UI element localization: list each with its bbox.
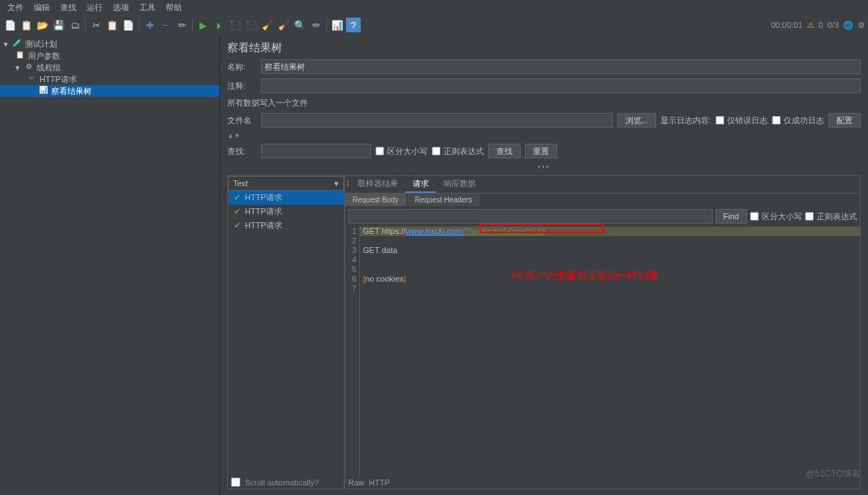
tab-response[interactable]: 响应数据	[436, 176, 483, 193]
save-icon[interactable]: 💾	[51, 18, 66, 32]
success-icon: ✔	[234, 193, 240, 202]
shutdown-icon[interactable]: ⬛	[244, 18, 259, 32]
find-input[interactable]	[348, 209, 713, 224]
file-section-title: 所有数据写入一个文件	[227, 98, 861, 109]
result-item[interactable]: ✔HTTP请求	[228, 219, 344, 232]
comment-input[interactable]	[261, 78, 861, 93]
results-list-pane: Text▾ ✔HTTP请求 ✔HTTP请求 ✔HTTP请求 Scroll aut…	[227, 175, 345, 489]
find-button[interactable]: 查找	[488, 144, 521, 158]
name-label: 名称:	[227, 62, 257, 73]
stop-icon[interactable]: ⬛	[228, 18, 243, 32]
new-icon[interactable]: 📄	[3, 18, 18, 32]
log-icon[interactable]: 📊	[330, 18, 345, 32]
regex-check-2[interactable]	[805, 212, 814, 221]
tree-http-request[interactable]: ✏HTTP请求	[0, 73, 219, 85]
renderer-dropdown[interactable]: Text▾	[228, 176, 344, 191]
annotation-text: 3个用户的变量都是取到一样的值	[507, 271, 658, 280]
startremote-icon[interactable]: ⏵	[212, 18, 227, 32]
help-icon[interactable]: ?	[346, 18, 361, 32]
search-label: 查找:	[227, 146, 257, 157]
thread-count: 0/3	[828, 21, 839, 29]
saveall-icon[interactable]: 🗂	[67, 18, 82, 32]
menu-file[interactable]: 文件	[3, 1, 28, 15]
globe-icon[interactable]: 🌐	[843, 21, 853, 30]
clearall-icon[interactable]: 🧹	[276, 18, 291, 32]
success-icon: ✔	[234, 207, 240, 216]
run-icon[interactable]: ⚙	[858, 21, 865, 30]
case-check-2[interactable]	[750, 212, 759, 221]
scroll-check[interactable]	[231, 477, 240, 487]
log-label: 显示日志内容:	[661, 115, 711, 126]
code-view: 1234567 GET https://www.baidu.com/?name=…	[345, 227, 860, 477]
watermark: @51CTO博客	[806, 468, 861, 480]
subtab-headers[interactable]: Request Headers	[408, 194, 479, 206]
filename-label: 文件名	[227, 115, 257, 126]
panel-title: 察看结果树	[227, 41, 861, 55]
search-input[interactable]	[261, 144, 371, 158]
tree-test-plan[interactable]: ▾🧪测试计划	[0, 38, 219, 50]
tab-sampler[interactable]: 取样器结果	[350, 176, 405, 193]
open-icon[interactable]: 📂	[35, 18, 50, 32]
right-panel: 察看结果树 名称: 注释: 所有数据写入一个文件 文件名 浏览... 显示日志内…	[220, 35, 868, 495]
config-button[interactable]: 配置	[828, 113, 861, 128]
browse-button[interactable]: 浏览...	[617, 113, 656, 128]
result-item[interactable]: ✔HTTP请求	[228, 205, 344, 219]
tree-view-results[interactable]: 📊察看结果树	[0, 85, 219, 97]
tab-raw[interactable]: Raw	[348, 478, 364, 487]
templates-icon[interactable]: 📋	[19, 18, 34, 32]
start-icon[interactable]: ▶	[196, 18, 210, 32]
menu-search[interactable]: 查找	[56, 1, 81, 15]
code-lines[interactable]: GET https://www.baidu.com/?name=lrc1&pwd…	[360, 227, 860, 477]
clear-icon[interactable]: 🧹	[260, 18, 275, 32]
gutter: 1234567	[345, 227, 360, 477]
status-bar: 00:00:01 ⚠ 0 0/3 🌐 ⚙	[771, 21, 865, 30]
menu-tools[interactable]: 工具	[135, 1, 160, 15]
toolbar: 📄 📋 📂 💾 🗂 ✂ 📋 📄 ✚ − ✏ ▶ ⏵ ⬛ ⬛ 🧹 🧹 🔍 ✏ 📊 …	[0, 15, 868, 35]
remove-icon[interactable]: −	[158, 18, 173, 32]
toggle-icon[interactable]: ✏	[174, 18, 189, 32]
regex-check[interactable]	[432, 147, 441, 155]
warning-icon: ⚠	[807, 21, 814, 30]
cut-icon[interactable]: ✂	[89, 18, 103, 32]
menubar: 文件 编辑 查找 运行 选项 工具 帮助	[0, 0, 868, 15]
details-pane: | 取样器结果 请求 响应数据 Request Body Request Hea…	[345, 175, 861, 489]
tab-http[interactable]: HTTP	[369, 478, 390, 487]
menu-help[interactable]: 帮助	[161, 1, 186, 15]
errors-only-check[interactable]	[716, 116, 724, 125]
paste-icon[interactable]: 📄	[121, 18, 136, 32]
func-icon[interactable]: ✏	[309, 18, 323, 32]
vsep: |	[345, 176, 350, 193]
scroll-label: Scroll automatically?	[245, 478, 319, 487]
menu-run[interactable]: 运行	[82, 1, 107, 15]
dots-handle[interactable]: •••	[227, 163, 861, 171]
name-input[interactable]	[261, 59, 861, 74]
success-icon: ✔	[234, 221, 240, 230]
add-icon[interactable]: ✚	[142, 18, 157, 32]
reset-button[interactable]: 重置	[525, 144, 557, 158]
result-item[interactable]: ✔HTTP请求	[228, 191, 344, 205]
test-plan-tree: ▾🧪测试计划 📋用户参数 ▾⚙线程组 ✏HTTP请求 📊察看结果树	[0, 35, 220, 495]
filename-input[interactable]	[261, 113, 613, 128]
tab-request[interactable]: 请求	[405, 176, 436, 193]
find-button-2[interactable]: Find	[716, 209, 747, 224]
warn-count: 0	[819, 21, 823, 29]
subtab-body[interactable]: Request Body	[345, 194, 406, 206]
menu-options[interactable]: 选项	[108, 1, 133, 15]
elapsed-time: 00:00:01	[771, 21, 803, 29]
success-only-check[interactable]	[772, 116, 781, 125]
tree-user-params[interactable]: 📋用户参数	[0, 50, 219, 62]
collapse-arrows[interactable]: ▲▼	[227, 132, 861, 139]
menu-edit[interactable]: 编辑	[29, 1, 54, 15]
comment-label: 注释:	[227, 81, 257, 92]
search-icon[interactable]: 🔍	[293, 18, 307, 32]
copy-icon[interactable]: 📋	[105, 18, 119, 32]
case-check[interactable]	[375, 147, 384, 155]
tree-thread-group[interactable]: ▾⚙线程组	[0, 62, 219, 73]
